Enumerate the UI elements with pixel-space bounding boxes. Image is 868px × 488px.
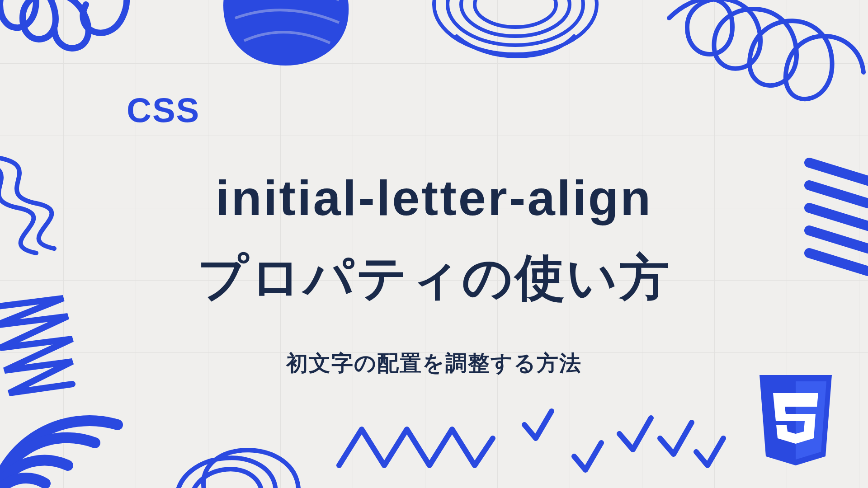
doodle-checks-bottom <box>520 407 728 479</box>
title-line-2: プロパティの使い方 <box>198 249 671 305</box>
main-content: CSS initial-letter-align プロパティの使い方 初文字の配… <box>0 90 868 378</box>
svg-point-3 <box>475 0 556 27</box>
doodle-swirl-bottom <box>163 411 307 488</box>
doodle-loops-top-left <box>0 0 145 90</box>
title-line-1: initial-letter-align <box>216 170 652 225</box>
doodle-zigzag-bottom <box>335 416 497 479</box>
page-title: initial-letter-align プロパティの使い方 <box>0 158 868 317</box>
svg-point-1 <box>448 0 583 45</box>
doodle-blob-top <box>212 0 357 72</box>
category-label: CSS <box>127 90 200 130</box>
doodle-arcs-bottom-left <box>0 389 136 488</box>
page-subtitle: 初文字の配置を調整する方法 <box>0 349 868 378</box>
doodle-scribble-circle <box>420 0 610 81</box>
svg-point-2 <box>461 0 570 36</box>
css3-logo-icon <box>750 371 841 470</box>
